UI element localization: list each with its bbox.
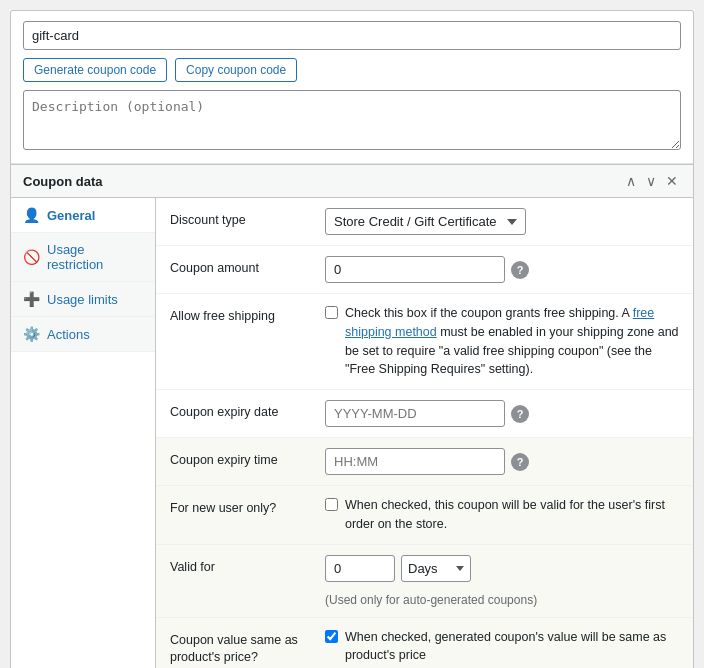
coupon-code-input[interactable] xyxy=(23,21,681,50)
sidebar-item-usage-limits[interactable]: ➕ Usage limits xyxy=(11,282,155,317)
free-shipping-text-part1: Check this box if the coupon grants free… xyxy=(345,306,633,320)
sidebar-item-actions[interactable]: ⚙️ Actions xyxy=(11,317,155,352)
free-shipping-checkbox-row: Check this box if the coupon grants free… xyxy=(325,304,679,379)
new-user-control: When checked, this coupon will be valid … xyxy=(325,496,679,534)
sidebar: 👤 General 🚫 Usage restriction ➕ Usage li… xyxy=(11,198,156,668)
gear-icon: ⚙️ xyxy=(23,326,40,342)
coupon-data-header: Coupon data ∧ ∨ ✕ xyxy=(11,165,693,198)
expiry-date-row: Coupon expiry date ? xyxy=(156,390,693,438)
expiry-date-label: Coupon expiry date xyxy=(170,400,325,422)
valid-for-number-input[interactable] xyxy=(325,555,395,582)
expiry-time-label: Coupon expiry time xyxy=(170,448,325,470)
main-panel: Generate coupon code Copy coupon code Co… xyxy=(10,10,694,668)
same-as-product-price-label: Coupon value same as product's price? xyxy=(170,628,325,667)
same-as-product-price-control: When checked, generated coupon's value w… xyxy=(325,628,679,666)
button-row: Generate coupon code Copy coupon code xyxy=(23,58,681,82)
sidebar-label-general: General xyxy=(47,208,95,223)
same-as-product-price-text: When checked, generated coupon's value w… xyxy=(345,628,679,666)
free-shipping-row: Allow free shipping Check this box if th… xyxy=(156,294,693,390)
collapse-up-button[interactable]: ∧ xyxy=(623,173,639,189)
discount-type-row: Discount type Store Credit / Gift Certif… xyxy=(156,198,693,246)
same-as-product-price-checkbox[interactable] xyxy=(325,630,338,643)
coupon-amount-label: Coupon amount xyxy=(170,256,325,278)
free-shipping-control: Check this box if the coupon grants free… xyxy=(325,304,679,379)
expiry-date-help-icon[interactable]: ? xyxy=(511,405,529,423)
valid-for-inputs: Days Weeks Months Years (Used only for a… xyxy=(325,555,679,607)
expiry-date-input[interactable] xyxy=(325,400,505,427)
free-shipping-checkbox[interactable] xyxy=(325,306,338,319)
generate-coupon-button[interactable]: Generate coupon code xyxy=(23,58,167,82)
person-icon: 👤 xyxy=(23,207,40,223)
free-shipping-text: Check this box if the coupon grants free… xyxy=(345,304,679,379)
expiry-time-input[interactable] xyxy=(325,448,505,475)
close-panel-button[interactable]: ✕ xyxy=(663,173,681,189)
expiry-date-control: ? xyxy=(325,400,679,427)
sidebar-label-actions: Actions xyxy=(47,327,90,342)
free-shipping-label: Allow free shipping xyxy=(170,304,325,326)
valid-for-row: Valid for Days Weeks Months Years (Used … xyxy=(156,545,693,618)
coupon-data-section: Coupon data ∧ ∨ ✕ 👤 General 🚫 Usage rest… xyxy=(11,164,693,668)
discount-type-select[interactable]: Store Credit / Gift Certificate Percenta… xyxy=(325,208,526,235)
discount-type-label: Discount type xyxy=(170,208,325,230)
new-user-text: When checked, this coupon will be valid … xyxy=(345,496,679,534)
valid-for-control: Days Weeks Months Years (Used only for a… xyxy=(325,555,679,607)
expiry-time-row: Coupon expiry time ? xyxy=(156,438,693,486)
sidebar-label-usage-limits: Usage limits xyxy=(47,292,118,307)
no-entry-icon: 🚫 xyxy=(23,249,40,265)
new-user-checkbox[interactable] xyxy=(325,498,338,511)
coupon-amount-input[interactable] xyxy=(325,256,505,283)
new-user-label: For new user only? xyxy=(170,496,325,518)
new-user-row: For new user only? When checked, this co… xyxy=(156,486,693,545)
valid-for-label: Valid for xyxy=(170,555,325,577)
expiry-time-control: ? xyxy=(325,448,679,475)
sidebar-item-usage-restriction[interactable]: 🚫 Usage restriction xyxy=(11,233,155,282)
expiry-time-help-icon[interactable]: ? xyxy=(511,453,529,471)
coupon-amount-row: Coupon amount ? xyxy=(156,246,693,294)
sidebar-item-general[interactable]: 👤 General xyxy=(11,198,155,233)
coupon-data-title: Coupon data xyxy=(23,174,102,189)
same-as-product-price-row: Coupon value same as product's price? Wh… xyxy=(156,618,693,669)
description-textarea[interactable] xyxy=(23,90,681,150)
discount-type-control: Store Credit / Gift Certificate Percenta… xyxy=(325,208,679,235)
top-section: Generate coupon code Copy coupon code xyxy=(11,11,693,164)
same-as-product-price-checkbox-row: When checked, generated coupon's value w… xyxy=(325,628,679,666)
new-user-checkbox-row: When checked, this coupon will be valid … xyxy=(325,496,679,534)
header-icons: ∧ ∨ ✕ xyxy=(623,173,681,189)
main-form: Discount type Store Credit / Gift Certif… xyxy=(156,198,693,668)
plus-icon: ➕ xyxy=(23,291,40,307)
data-layout: 👤 General 🚫 Usage restriction ➕ Usage li… xyxy=(11,198,693,668)
coupon-amount-control: ? xyxy=(325,256,679,283)
collapse-down-button[interactable]: ∨ xyxy=(643,173,659,189)
coupon-amount-help-icon[interactable]: ? xyxy=(511,261,529,279)
sidebar-label-usage-restriction: Usage restriction xyxy=(47,242,143,272)
valid-for-unit-select[interactable]: Days Weeks Months Years xyxy=(401,555,471,582)
copy-coupon-button[interactable]: Copy coupon code xyxy=(175,58,297,82)
valid-for-note: (Used only for auto-generated coupons) xyxy=(325,588,537,607)
